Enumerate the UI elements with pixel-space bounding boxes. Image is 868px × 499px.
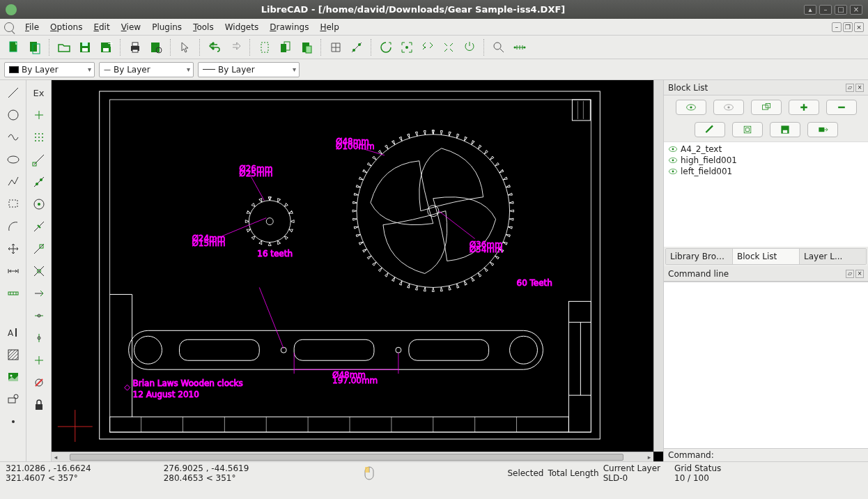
zoom-previous-button[interactable] — [418, 38, 437, 57]
block-item[interactable]: left_field001 — [665, 166, 867, 177]
block-remove-button[interactable] — [826, 100, 857, 115]
zoom-window-button[interactable] — [439, 38, 458, 57]
print-preview-button[interactable] — [146, 38, 166, 57]
arc-tool[interactable] — [3, 217, 23, 236]
window-maximize-button[interactable]: □ — [835, 5, 847, 15]
snap-endpoint[interactable] — [29, 150, 49, 169]
zoom-auto-button[interactable] — [397, 38, 417, 57]
block-save-button[interactable] — [770, 122, 800, 137]
modify-tool[interactable] — [3, 284, 23, 303]
svg-text:60 Teeth: 60 Teeth — [517, 278, 552, 288]
block-list[interactable]: A4_2_text high_field001 left_field001 — [664, 142, 868, 247]
menu-help[interactable]: Help — [314, 21, 344, 33]
move-tool[interactable] — [3, 239, 23, 259]
cmd-close-button[interactable]: × — [855, 270, 864, 278]
window-minimize-button[interactable]: – — [819, 5, 832, 15]
hatch-tool[interactable] — [3, 345, 23, 364]
block-item[interactable]: A4_2_text — [665, 144, 867, 155]
snap-middle[interactable] — [29, 217, 49, 236]
redo-button[interactable] — [226, 38, 245, 57]
cmd-undock-button[interactable]: ▱ — [846, 270, 854, 278]
mdi-close-button[interactable]: × — [854, 22, 864, 32]
block-hide-all-button[interactable] — [713, 100, 744, 115]
measure-button[interactable] — [510, 38, 529, 57]
menu-options[interactable]: Options — [45, 21, 88, 33]
snap-center[interactable] — [29, 194, 49, 214]
line-tool[interactable] — [3, 83, 23, 102]
drawing-canvas[interactable]: 16 teeth Ø24mm Ø15mm Ø26mm Ø25mm — [52, 80, 663, 461]
undo-button[interactable] — [205, 38, 224, 57]
snap-free[interactable] — [29, 105, 49, 125]
tab-library-browser[interactable]: Library Brow... — [666, 249, 733, 264]
window-pin-button[interactable]: ▴ — [804, 5, 816, 15]
open-button[interactable] — [54, 38, 74, 57]
snap-exclusive[interactable]: Ex — [29, 83, 49, 102]
paste-button[interactable] — [297, 38, 316, 57]
block-insert-button[interactable] — [807, 122, 838, 137]
block-item[interactable]: high_field001 — [665, 155, 867, 166]
svg-line-111 — [259, 287, 284, 348]
menu-plugins[interactable]: Plugins — [146, 21, 187, 33]
pointer-button[interactable] — [176, 38, 195, 57]
mdi-minimize-button[interactable]: – — [832, 22, 842, 32]
menu-tools[interactable]: Tools — [187, 21, 219, 33]
zoom-pan-button[interactable] — [460, 38, 479, 57]
restrict-orthogonal[interactable] — [29, 306, 49, 325]
dimension-tool[interactable] — [3, 261, 23, 281]
set-relative-zero[interactable] — [29, 373, 49, 392]
block-tool[interactable] — [3, 390, 23, 409]
horizontal-scrollbar[interactable]: ◂▸ — [52, 452, 653, 461]
lock-relative-zero[interactable] — [29, 395, 49, 415]
snap-on-entity[interactable] — [29, 172, 49, 192]
polyline-tool[interactable] — [3, 172, 23, 192]
save-as-button[interactable]: + — [96, 38, 116, 57]
panel-close-button[interactable]: × — [855, 84, 864, 92]
text-tool[interactable]: A — [3, 323, 23, 342]
snap-distance[interactable] — [29, 239, 49, 259]
select-tool[interactable] — [3, 194, 23, 214]
block-rename-button[interactable] — [695, 122, 725, 137]
curve-tool[interactable] — [3, 128, 23, 147]
copy-button[interactable] — [276, 38, 295, 57]
new-template-button[interactable] — [25, 38, 45, 57]
tab-layer-list[interactable]: Layer L... — [800, 249, 866, 264]
linestyle-combo[interactable]: By Layer — [198, 62, 300, 77]
point-tool[interactable] — [3, 412, 23, 431]
panel-undock-button[interactable]: ▱ — [846, 84, 854, 92]
snap-grid[interactable] — [29, 128, 49, 147]
vertical-scrollbar[interactable] — [653, 80, 663, 452]
restrict-nothing[interactable] — [29, 284, 49, 303]
draft-toggle-button[interactable] — [347, 38, 366, 57]
lineweight-combo[interactable]: —By Layer — [99, 62, 194, 77]
menu-drawings[interactable]: Drawings — [264, 21, 314, 33]
menu-edit[interactable]: Edit — [88, 21, 115, 33]
window-close-button[interactable]: × — [850, 5, 862, 15]
zoom-redraw-button[interactable] — [376, 38, 396, 57]
print-button[interactable] — [125, 38, 145, 57]
save-button[interactable] — [75, 38, 95, 57]
block-edit-button[interactable] — [732, 122, 763, 137]
restrict-horizontal[interactable] — [29, 328, 49, 348]
tab-block-list[interactable]: Block List — [733, 249, 800, 264]
block-show-all-button[interactable] — [676, 100, 706, 115]
new-button[interactable] — [4, 38, 24, 57]
svg-rect-118 — [762, 105, 768, 109]
restrict-vertical[interactable] — [29, 351, 49, 370]
grid-toggle-button[interactable] — [326, 38, 346, 57]
command-input[interactable] — [717, 450, 864, 460]
search-icon[interactable] — [4, 22, 14, 32]
color-combo[interactable]: By Layer — [4, 62, 95, 77]
block-add-button[interactable] — [789, 100, 819, 115]
cut-button[interactable] — [255, 38, 274, 57]
menu-widgets[interactable]: Widgets — [219, 21, 265, 33]
find-button[interactable] — [489, 38, 509, 57]
block-create-button[interactable] — [751, 100, 782, 115]
menu-file[interactable]: File — [20, 21, 45, 33]
mdi-restore-button[interactable]: ❐ — [843, 22, 853, 32]
image-tool[interactable] — [3, 367, 23, 387]
circle-tool[interactable] — [3, 105, 23, 125]
menu-view[interactable]: View — [116, 21, 146, 33]
ellipse-tool[interactable] — [3, 150, 23, 169]
snap-intersection[interactable] — [29, 261, 49, 281]
command-output[interactable] — [664, 282, 868, 448]
